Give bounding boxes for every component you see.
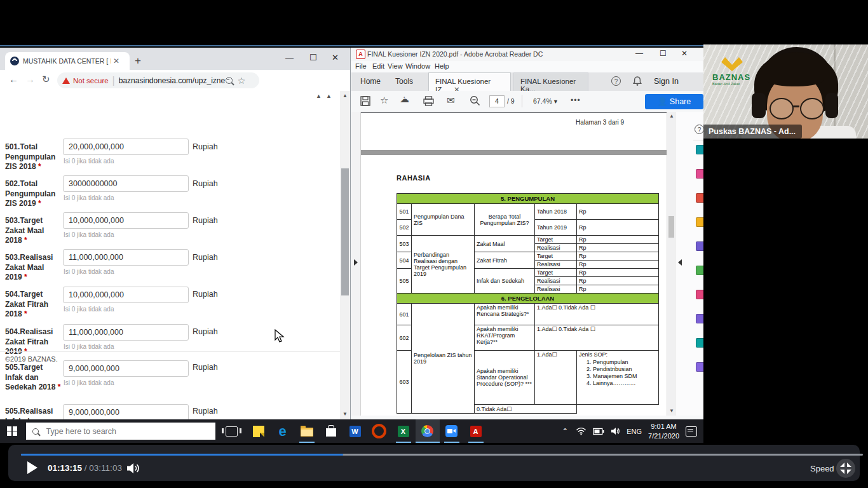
reload-icon[interactable]: ↻ [42,74,50,85]
menu-window[interactable]: Window [405,62,430,70]
unit-label: Rupiah [193,327,218,336]
field-input-505r[interactable] [63,404,189,419]
tab-home[interactable]: Home [360,77,381,86]
bookmark-star-icon[interactable]: ☆ [238,76,246,86]
close-button[interactable]: ✕ [332,53,339,62]
start-button[interactable] [7,426,17,437]
cloud-upload-icon[interactable]: ☁↑ [400,93,409,105]
action-center-icon[interactable] [686,426,697,437]
new-tab-button[interactable]: + [135,55,141,67]
email-icon[interactable]: ✉ [447,95,455,106]
taskbar-chrome[interactable] [416,419,440,443]
menu-file[interactable]: File [355,62,367,70]
print-icon[interactable] [423,96,434,106]
maximize-button[interactable]: ☐ [309,53,317,62]
tab-document-active[interactable]: FINAL Kuesioner IZ... ✕ [428,72,511,91]
tool-pane-icon[interactable] [696,266,703,275]
address-bar[interactable]: Not secure | baznasindonesia.com/upz_izn… [57,72,259,88]
field-input-503t[interactable] [63,212,189,229]
stickynotes-icon [253,426,264,437]
minimize-button[interactable]: — [635,49,643,58]
taskbar-search[interactable] [26,423,215,440]
section5-header: 5. PENGUMPULAN [397,194,659,204]
taskbar-explorer[interactable] [295,419,319,443]
search-input[interactable] [45,426,200,437]
tab-document-inactive[interactable]: FINAL Kuesioner Ka... [513,72,588,91]
scrollbar-down-icon[interactable]: ▼ [342,411,348,417]
taskbar-office[interactable] [367,419,391,443]
play-button[interactable] [27,461,37,474]
zoom-level-dropdown[interactable]: 67.4% ▾ [533,97,557,105]
tool-pane-icon[interactable] [696,314,703,323]
browser-tab[interactable]: MUSTAHIK DATA CENTER [ MDC ✕ [5,52,130,70]
scrollbar-up-icon[interactable]: ▲ [342,93,348,98]
not-secure-label[interactable]: Not secure [73,77,109,85]
unit-label: Rupiah [193,179,218,188]
tool-pane-icon[interactable] [696,338,703,348]
page-separator [361,150,675,155]
scrollbar-up-icon[interactable]: ▲ [669,113,674,119]
battery-icon[interactable] [593,428,604,435]
page-number-input[interactable]: 4 [489,95,505,107]
save-icon[interactable] [360,96,370,106]
taskbar-word[interactable]: W [343,419,367,443]
tool-pane-icon[interactable] [696,169,703,179]
field-input-504r[interactable] [63,324,189,341]
taskbar-edge[interactable]: e [271,419,295,443]
field-input-505t[interactable] [63,360,189,377]
speed-label[interactable]: Speed [810,464,834,473]
field-input-504t[interactable] [63,287,189,303]
browser-scrollbar[interactable]: ▲ ▼ [340,91,350,419]
share-button[interactable]: 👤 Share [645,94,703,109]
taskbar-store[interactable] [319,419,343,443]
scrollbar-thumb[interactable] [341,168,349,295]
help-icon[interactable]: ? [611,76,621,86]
zoom-indicator-icon[interactable] [226,77,233,84]
star-favorite-icon[interactable]: ☆ [380,95,388,106]
scrollbar-down-icon[interactable]: ▼ [669,408,674,414]
scrollbar-thumb[interactable] [668,216,674,238]
close-button[interactable]: ✕ [681,49,688,58]
taskbar-zoom[interactable] [440,419,464,443]
tray-expand-icon[interactable]: ⌃ [562,427,568,436]
menu-help[interactable]: Help [435,62,449,70]
scroll-top-icon[interactable]: ▲ [316,93,322,99]
taskbar-excel[interactable]: X [391,419,416,443]
mute-button[interactable] [126,462,142,475]
expand-nav-pane-icon[interactable] [354,259,358,266]
taskbar-acrobat[interactable]: A [464,419,488,443]
menu-edit[interactable]: Edit [372,62,384,70]
tool-pane-icon[interactable] [696,241,703,251]
more-tools-icon[interactable]: ••• [571,96,581,105]
taskbar-clock[interactable]: 9:01 AM 7/21/2020 [648,422,679,440]
task-view-icon[interactable] [226,426,238,437]
menu-view[interactable]: View [388,62,403,70]
volume-icon[interactable] [611,427,620,435]
tool-pane-icon[interactable] [696,362,703,372]
field-input-502[interactable] [63,175,189,192]
seek-bar[interactable] [21,454,863,456]
forward-icon[interactable]: → [25,74,35,85]
minimize-button[interactable]: — [285,53,294,62]
tool-pane-icon[interactable] [696,290,703,299]
field-input-503r[interactable] [63,249,189,266]
language-indicator[interactable]: ENG [627,428,642,435]
tab-tools[interactable]: Tools [395,77,413,86]
tool-pane-icon[interactable] [696,193,703,203]
tool-pane-icon[interactable] [696,217,703,227]
maximize-button[interactable]: ☐ [660,49,667,58]
field-input-501[interactable] [63,139,189,155]
back-icon[interactable]: ← [9,74,18,85]
sign-in-link[interactable]: Sign In [654,77,679,86]
pdf-scrollbar[interactable]: ▲ ▼ [667,112,675,416]
zoom-out-icon[interactable] [470,95,480,106]
url-text[interactable]: baznasindonesia.com/upz_izne... [119,76,226,85]
tool-pane-icon[interactable] [696,145,703,154]
scroll-top-icon[interactable]: ▲ [326,93,332,99]
wifi-icon[interactable] [576,427,587,435]
notification-bell-icon[interactable] [633,76,642,86]
taskbar-stickynotes[interactable] [247,419,271,443]
tab-close-icon[interactable]: ✕ [113,57,119,65]
helper-text: Isi 0 jika tidak ada [64,158,114,165]
collapse-fullscreen-icon[interactable] [839,462,852,475]
